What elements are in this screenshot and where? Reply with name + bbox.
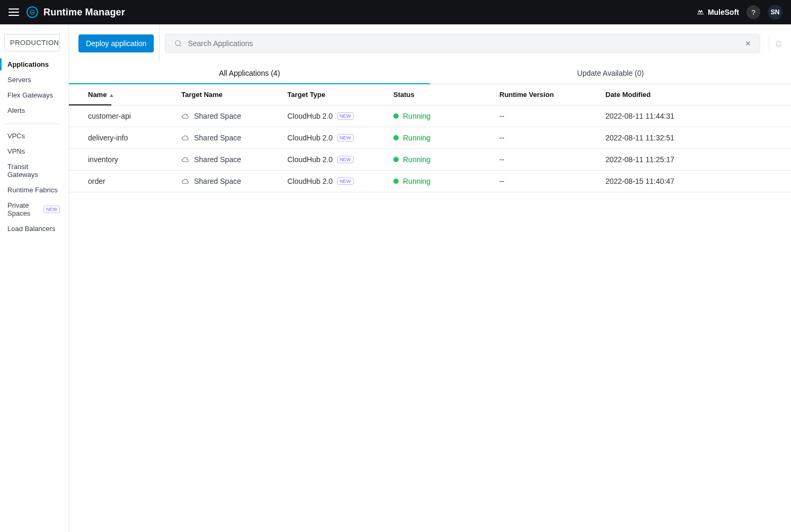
status-dot-icon	[393, 157, 399, 162]
cloud-icon	[181, 135, 190, 141]
table-row[interactable]: orderShared SpaceCloudHub 2.0 NEWRunning…	[69, 171, 791, 192]
col-header-target-type[interactable]: Target Type	[281, 84, 387, 105]
sidebar-item-vpcs[interactable]: VPCs	[0, 128, 64, 144]
sidebar-item-label: VPCs	[7, 132, 25, 140]
sidebar-divider	[4, 123, 60, 124]
deploy-application-button[interactable]: Deploy application	[78, 34, 154, 52]
tabs: All Applications (4) Update Available (0…	[69, 63, 791, 84]
tab-all-label: All Applications (4)	[219, 69, 280, 77]
menu-icon[interactable]	[8, 8, 19, 16]
sidebar-item-label: Runtime Fabrics	[7, 186, 58, 194]
status-dot-icon	[393, 113, 399, 119]
sidebar-item-vpns[interactable]: VPNs	[0, 144, 64, 159]
status-text: Running	[403, 177, 430, 185]
sidebar-item-applications[interactable]: Applications	[0, 57, 64, 72]
target-type: CloudHub 2.0	[287, 112, 333, 120]
sidebar-nav-primary: ApplicationsServersFlex GatewaysAlerts	[0, 57, 64, 118]
sidebar-item-label: Flex Gateways	[7, 91, 53, 99]
sidebar-item-runtime-fabrics[interactable]: Runtime Fabrics	[0, 182, 64, 198]
sidebar-item-transit-gateways[interactable]: Transit Gateways	[0, 159, 64, 182]
avatar-initials: SN	[771, 8, 780, 16]
status-text: Running	[403, 134, 430, 142]
runtime-version: --	[499, 112, 504, 120]
cloud-icon	[181, 156, 190, 163]
sidebar-item-label: Load Balancers	[7, 225, 55, 233]
search-icon	[174, 39, 182, 48]
status-text: Running	[403, 112, 430, 120]
new-badge: NEW	[337, 178, 354, 185]
table-row[interactable]: customer-apiShared SpaceCloudHub 2.0 NEW…	[69, 105, 791, 127]
status-dot-icon	[393, 179, 399, 184]
product-brand: Runtime Manager	[27, 6, 125, 18]
sidebar-item-flex-gateways[interactable]: Flex Gateways	[0, 87, 64, 103]
close-icon	[744, 40, 752, 47]
top-bar: Runtime Manager MuleSoft ? SN	[0, 0, 791, 24]
status-dot-icon	[393, 135, 399, 140]
sidebar-item-alerts[interactable]: Alerts	[0, 103, 64, 118]
app-name: order	[88, 177, 106, 185]
new-badge: NEW	[337, 134, 354, 141]
svg-point-1	[175, 41, 180, 46]
sidebar-item-servers[interactable]: Servers	[0, 72, 64, 87]
new-badge: NEW	[43, 206, 60, 213]
target-type: CloudHub 2.0	[287, 134, 333, 142]
help-button[interactable]: ?	[746, 5, 760, 19]
sidebar-nav-secondary: VPCsVPNsTransit GatewaysRuntime FabricsP…	[0, 128, 64, 236]
product-title: Runtime Manager	[43, 7, 125, 18]
date-modified: 2022-08-11 11:25:17	[605, 155, 674, 164]
deploy-label: Deploy application	[86, 39, 146, 48]
date-modified: 2022-08-15 11:40:47	[605, 177, 674, 185]
main-content: Deploy application	[69, 24, 791, 532]
status-text: Running	[403, 155, 430, 164]
toolbar: Deploy application	[69, 24, 791, 63]
runtime-version: --	[499, 177, 504, 185]
sidebar-item-label: Applications	[7, 60, 49, 68]
target-name: Shared Space	[194, 112, 241, 120]
user-avatar[interactable]: SN	[768, 5, 783, 20]
sidebar-item-private-spaces[interactable]: Private SpacesNEW	[0, 198, 64, 221]
environment-selector[interactable]: PRODUCTION	[4, 34, 60, 51]
product-logo-icon	[27, 6, 38, 18]
runtime-version: --	[499, 134, 504, 142]
sidebar-item-label: Servers	[7, 76, 31, 84]
col-header-target-name[interactable]: Target Name	[175, 84, 281, 105]
applications-table: Name▲ Target Name Target Type Status Run…	[69, 84, 791, 192]
search-input[interactable]	[187, 39, 741, 48]
col-header-name[interactable]: Name▲	[69, 84, 175, 105]
target-type: CloudHub 2.0	[287, 155, 333, 164]
sidebar-item-label: VPNs	[7, 147, 25, 155]
col-header-date-modified[interactable]: Date Modified	[599, 84, 791, 105]
brand-icon	[696, 8, 705, 16]
target-type: CloudHub 2.0	[287, 177, 333, 185]
notifications-button[interactable]	[769, 37, 783, 50]
help-label: ?	[751, 8, 755, 16]
target-name: Shared Space	[194, 134, 241, 142]
app-name: customer-api	[88, 112, 131, 120]
tab-update-available[interactable]: Update Available (0)	[430, 63, 791, 84]
date-modified: 2022-08-11 11:44:31	[605, 112, 674, 120]
col-header-status[interactable]: Status	[387, 84, 493, 105]
environment-label: PRODUCTION	[10, 39, 59, 47]
cloud-icon	[181, 113, 190, 119]
table-row[interactable]: delivery-infoShared SpaceCloudHub 2.0 NE…	[69, 127, 791, 149]
tab-all-applications[interactable]: All Applications (4)	[69, 63, 430, 84]
brand-link[interactable]: MuleSoft	[696, 8, 739, 16]
sort-asc-icon: ▲	[109, 92, 114, 98]
new-badge: NEW	[337, 156, 354, 163]
sidebar-item-load-balancers[interactable]: Load Balancers	[0, 221, 64, 236]
app-name: inventory	[88, 155, 118, 164]
table-row[interactable]: inventoryShared SpaceCloudHub 2.0 NEWRun…	[69, 149, 791, 171]
sidebar-item-label: Transit Gateways	[7, 163, 60, 179]
new-badge: NEW	[337, 112, 354, 120]
cloud-icon	[181, 178, 190, 184]
sidebar-item-label: Alerts	[7, 107, 25, 114]
app-name: delivery-info	[88, 134, 128, 142]
runtime-version: --	[499, 155, 504, 164]
toolbar-separator	[159, 24, 160, 63]
col-header-runtime-version[interactable]: Runtime Version	[493, 84, 599, 105]
bell-icon	[775, 39, 783, 48]
clear-search-button[interactable]	[741, 36, 755, 51]
search-field[interactable]	[165, 34, 760, 53]
target-name: Shared Space	[194, 177, 241, 185]
sidebar: PRODUCTION ApplicationsServersFlex Gatew…	[0, 24, 69, 532]
